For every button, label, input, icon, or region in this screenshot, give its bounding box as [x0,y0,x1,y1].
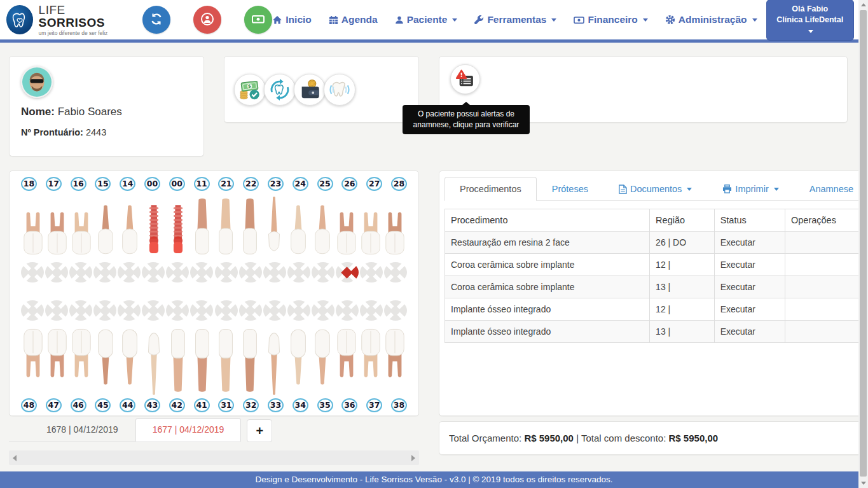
tab-proteses[interactable]: Próteses [537,177,603,201]
tooth-28[interactable] [383,207,407,258]
tab-imprimir[interactable]: Imprimir [707,177,794,201]
tooth-31[interactable] [214,325,238,394]
surface-indicator-46[interactable] [69,300,92,321]
menu-item-inicio[interactable]: Inicio [272,14,311,25]
surface-indicator-41[interactable] [190,300,213,321]
tooth-18[interactable] [21,207,45,258]
surface-indicator-27[interactable] [360,262,383,282]
tooth-41[interactable] [190,325,214,394]
surface-indicator-35[interactable] [312,300,334,321]
tooth-38[interactable] [383,325,407,384]
tooth-22[interactable] [238,197,262,258]
scrollbar-down-icon[interactable] [861,482,866,485]
patient-alert-button[interactable] [193,6,221,34]
surface-indicator-31[interactable] [215,300,238,321]
menu-item-agenda[interactable]: Agenda [329,14,378,25]
tooth-26[interactable] [334,207,359,258]
surface-indicator-25[interactable] [312,262,334,282]
tooth-32[interactable] [238,325,262,394]
chevron-down-icon [752,18,757,22]
patient-avatar[interactable] [21,66,53,98]
surface-indicator-00[interactable] [142,262,165,282]
add-budget-button[interactable]: + [247,419,272,442]
tab-procedimentos[interactable]: Procedimentos [444,177,537,201]
tooth-23[interactable] [262,195,286,258]
tooth-37[interactable] [359,325,383,384]
tooth-17[interactable] [45,207,69,258]
tooth-15[interactable] [93,200,118,258]
surface-indicator-00[interactable] [166,262,189,282]
tooth-25[interactable] [310,200,334,258]
surface-indicator-43[interactable] [142,300,165,321]
tooth-34[interactable] [286,325,310,390]
tooth-44[interactable] [118,325,142,390]
surface-indicator-17[interactable] [45,262,68,282]
scrollbar-thumb[interactable] [860,10,867,477]
tooth-45[interactable] [93,325,118,390]
patient-card: Nome: Fabio Soares Nº Prontuário: 2443 [9,56,204,157]
tab-documentos[interactable]: Documentos [603,177,707,201]
tooth-14[interactable] [118,200,142,258]
tooth-42[interactable] [166,325,190,394]
brand-tagline: um jeito diferente de ser feliz [39,30,127,36]
user-menu-button[interactable]: Olá Fabio Clínica LifeDental [766,0,854,41]
surface-indicator-36[interactable] [336,300,359,321]
wallet-button[interactable] [294,74,326,106]
surface-indicator-16[interactable] [69,262,92,282]
surface-indicator-14[interactable] [118,262,141,282]
implant-tooth-00[interactable] [142,202,166,258]
surface-indicator-21[interactable] [215,262,238,282]
tab-anamnese[interactable]: Anamnese [794,177,868,201]
surface-indicator-11[interactable] [190,262,213,282]
app-logo[interactable]: LIFE SORRISOS um jeito diferente de ser … [6,4,126,36]
payments-ok-button[interactable]: $ [234,74,266,106]
surface-indicator-32[interactable] [239,300,262,321]
surface-indicator-37[interactable] [360,300,383,321]
tooth-24[interactable] [286,200,310,258]
surface-indicator-23[interactable] [263,262,286,282]
implant-tooth-00[interactable] [166,202,190,258]
surface-indicator-45[interactable] [93,300,116,321]
cash-button[interactable] [244,6,272,34]
surface-indicator-34[interactable] [287,300,310,321]
tooth-16[interactable] [69,207,93,258]
surface-indicator-42[interactable] [166,300,189,321]
browser-scrollbar[interactable] [858,0,868,488]
prophylaxis-button[interactable] [324,74,355,106]
odontogram-horizontal-scrollbar[interactable] [9,450,419,465]
surface-indicator-44[interactable] [118,300,141,321]
menu-item-financeiro[interactable]: Financeiro [574,14,647,25]
anamnesis-alert-button[interactable] [450,64,480,94]
scroll-left-icon[interactable] [13,455,17,461]
surface-indicator-18[interactable] [21,262,44,282]
tooth-35[interactable] [310,325,334,390]
menu-item-ferramentas[interactable]: Ferramentas [474,14,556,25]
scroll-right-icon[interactable] [411,455,415,461]
surface-indicator-28[interactable] [384,262,407,282]
tooth-46[interactable] [69,325,93,384]
surface-indicator-15[interactable] [93,262,116,282]
surface-indicator-38[interactable] [384,300,407,321]
scrollbar-up-icon[interactable] [861,3,866,6]
surface-indicator-47[interactable] [45,300,68,321]
tooth-47[interactable] [45,325,69,384]
surface-indicator-22[interactable] [239,262,262,282]
tooth-27[interactable] [359,207,383,258]
tooth-43[interactable] [142,325,166,396]
tooth-11[interactable] [190,197,214,258]
alerts-card: O paciente possui alertas de anamnese, c… [439,56,848,123]
tooth-21[interactable] [214,197,238,258]
menu-item-paciente[interactable]: Paciente [395,14,458,25]
menu-item-administracao[interactable]: Administração [665,14,757,25]
refresh-button[interactable] [142,6,170,34]
tooth-36[interactable] [334,325,359,384]
budget-tab-0[interactable]: 1678 | 04/12/2019 [29,418,135,442]
tooth-48[interactable] [21,325,45,384]
tooth-33[interactable] [262,325,286,396]
retreatment-button[interactable] [264,74,296,106]
surface-indicator-24[interactable] [287,262,310,282]
budget-tab-1[interactable]: 1677 | 04/12/2019 [135,418,242,442]
surface-indicator-48[interactable] [21,300,44,321]
surface-indicator-33[interactable] [263,300,286,321]
surface-indicator-26-marked[interactable] [336,262,359,282]
